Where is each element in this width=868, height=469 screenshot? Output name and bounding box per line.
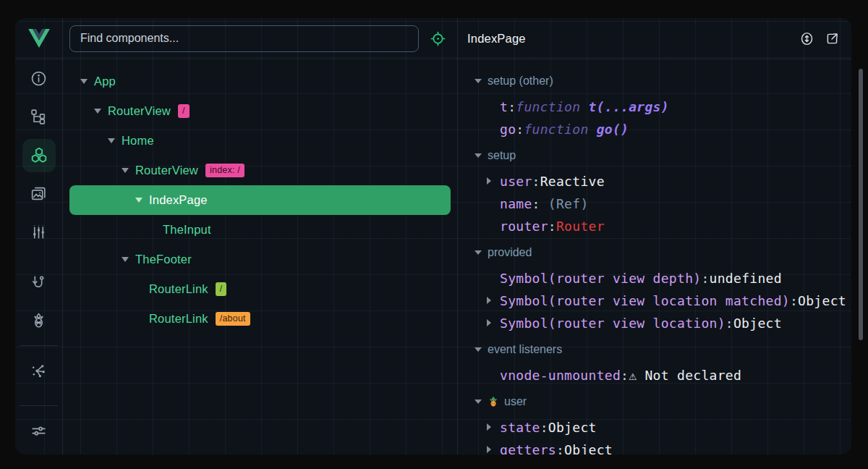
expand-icon[interactable] xyxy=(487,319,491,326)
component-name: RouterLink xyxy=(149,283,208,295)
property-row[interactable]: name : (Ref) xyxy=(458,193,851,215)
key-value-separator: : xyxy=(540,420,548,435)
key-value-separator: : xyxy=(548,219,556,234)
property-value: Object xyxy=(798,293,846,308)
module-graph-icon xyxy=(30,362,48,380)
expand-toggle-icon[interactable] xyxy=(122,168,129,173)
route-badge: index: / xyxy=(205,164,244,178)
section-label: setup xyxy=(488,149,516,162)
sidebar-divider xyxy=(20,345,58,346)
inspector-section: setup (other) t : function t(...args) go… xyxy=(458,69,851,140)
key-value-separator: : xyxy=(556,442,564,455)
section-header[interactable]: setup (other) xyxy=(458,69,851,92)
component-name: RouterView xyxy=(108,105,171,117)
section-label: setup (other) xyxy=(488,75,553,88)
tree-row[interactable]: TheInput xyxy=(69,215,451,245)
sidebar-item-router[interactable] xyxy=(15,263,62,301)
property-row[interactable]: vnode-unmounted : ⚠ Not declared xyxy=(458,364,851,386)
sidebar-item-graph[interactable] xyxy=(15,352,62,390)
sidebar-item-pages[interactable] xyxy=(15,98,62,136)
open-in-editor-button[interactable] xyxy=(825,31,840,46)
collapse-icon[interactable] xyxy=(475,153,482,158)
property-value: (Ref) xyxy=(540,196,589,211)
property-row[interactable]: Symbol(router view location) : Object xyxy=(458,312,851,334)
tree-row[interactable]: RouterLink / xyxy=(69,274,451,304)
property-row[interactable]: t : function t(...args) xyxy=(458,96,851,118)
section-header[interactable]: event listeners xyxy=(458,338,851,360)
property-value: function t(...args) xyxy=(516,99,669,114)
expand-toggle-icon[interactable] xyxy=(108,138,115,143)
section-rows: Symbol(router view depth) : undefined Sy… xyxy=(458,267,851,334)
property-value: Object xyxy=(564,442,613,455)
tree-row[interactable]: RouterView index: / xyxy=(69,156,451,185)
component-name: RouterLink xyxy=(149,313,208,325)
section-rows: user : Reactive name : (Ref) router : Ro… xyxy=(458,170,851,237)
tree-row[interactable]: TheFooter xyxy=(69,245,451,274)
sidebar-spacer xyxy=(15,390,62,400)
tree-row[interactable]: RouterView / xyxy=(69,96,451,126)
collapse-icon[interactable] xyxy=(475,250,482,255)
property-key: router xyxy=(500,219,548,234)
expand-toggle-icon[interactable] xyxy=(122,257,129,262)
component-name: Home xyxy=(122,135,154,147)
property-value: ⚠ Not declared xyxy=(629,368,741,383)
property-row[interactable]: state : Object xyxy=(458,416,851,439)
property-value: Router xyxy=(556,219,605,234)
images-icon xyxy=(30,185,48,203)
sidebar xyxy=(15,18,63,455)
expand-icon[interactable] xyxy=(487,423,491,431)
property-row[interactable]: user : Reactive xyxy=(458,170,851,193)
component-tree-panel: App RouterView / Home RouterView index: … xyxy=(63,18,458,455)
tree-toolbar xyxy=(63,18,457,59)
tree-row[interactable]: IndexPage xyxy=(69,185,451,215)
section-header[interactable]: user xyxy=(458,390,851,413)
section-header[interactable]: setup xyxy=(458,144,851,166)
tree-row[interactable]: RouterLink /about xyxy=(69,304,451,334)
sidebar-item-timeline[interactable] xyxy=(15,213,62,251)
select-component-target-button[interactable] xyxy=(428,29,447,48)
expand-icon[interactable] xyxy=(487,177,491,185)
expand-toggle-icon[interactable] xyxy=(135,198,142,203)
property-key: name xyxy=(500,196,532,211)
tree-row[interactable]: Home xyxy=(69,126,451,156)
property-key: vnode-unmounted xyxy=(500,368,621,383)
sidebar-item-overview[interactable] xyxy=(15,59,62,98)
scroll-to-component-button[interactable] xyxy=(799,31,814,46)
inspector-header: IndexPage xyxy=(458,18,851,59)
inspector-section: user state : Object getters : Object xyxy=(458,390,851,455)
property-key: user xyxy=(500,174,532,189)
sidebar-item-assets[interactable] xyxy=(15,174,62,213)
component-name: TheInput xyxy=(163,224,211,236)
section-header[interactable]: provided xyxy=(458,241,851,263)
tree-row[interactable]: App xyxy=(69,67,451,96)
property-key: t xyxy=(500,99,508,114)
sidebar-item-components[interactable] xyxy=(15,136,62,174)
route-hook-icon xyxy=(30,273,48,291)
vue-logo[interactable] xyxy=(15,18,62,59)
target-icon xyxy=(430,30,446,47)
component-name: App xyxy=(94,75,116,88)
component-name: TheFooter xyxy=(135,253,192,266)
section-label: provided xyxy=(488,246,532,259)
collapse-icon[interactable] xyxy=(475,79,482,83)
page-scrollbar[interactable] xyxy=(859,69,863,340)
expand-toggle-icon[interactable] xyxy=(80,79,88,84)
collapse-icon[interactable] xyxy=(475,347,482,352)
property-row[interactable]: Symbol(router view location matched) : O… xyxy=(458,290,851,312)
property-row[interactable]: go : function go() xyxy=(458,118,851,140)
expand-icon[interactable] xyxy=(487,446,491,453)
search-input[interactable] xyxy=(69,25,419,52)
sidebar-item-pinia[interactable] xyxy=(15,301,62,339)
expand-icon[interactable] xyxy=(487,297,491,304)
expand-toggle-icon[interactable] xyxy=(94,109,101,114)
section-rows: t : function t(...args) go : function go… xyxy=(458,96,851,140)
collapse-icon[interactable] xyxy=(475,400,482,404)
key-value-separator: : xyxy=(701,271,709,286)
property-key: Symbol(router view location) xyxy=(500,316,726,331)
property-row[interactable]: router : Router xyxy=(458,215,851,237)
sidebar-item-settings[interactable] xyxy=(15,412,62,450)
property-value: Object xyxy=(548,420,597,435)
property-row[interactable]: Symbol(router view depth) : undefined xyxy=(458,267,851,290)
inspector-panel: IndexPage xyxy=(458,18,851,455)
property-row[interactable]: getters : Object xyxy=(458,439,851,455)
